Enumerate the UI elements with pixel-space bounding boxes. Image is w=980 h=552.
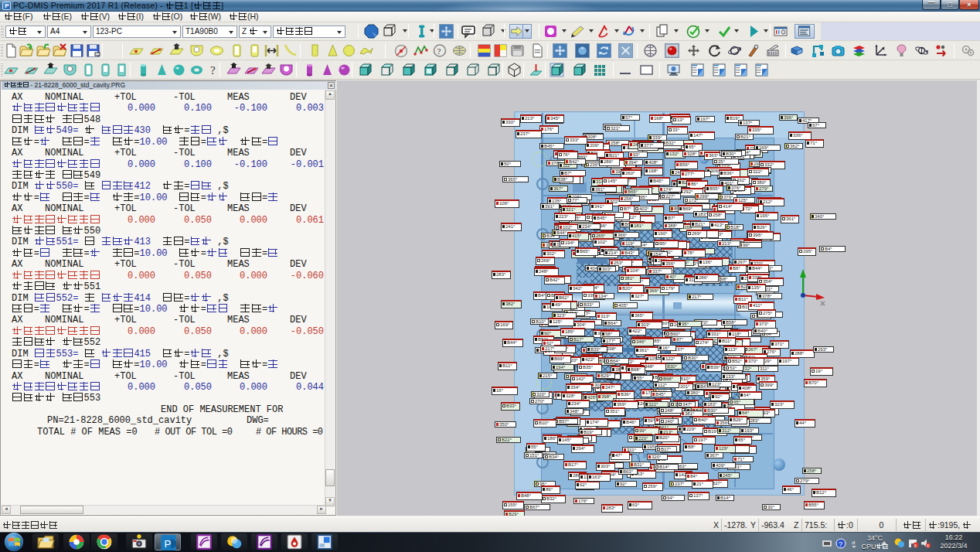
svg-text:?: ? xyxy=(210,64,216,77)
svg-text:?: ? xyxy=(839,540,842,548)
svg-text:?: ? xyxy=(437,46,441,56)
svg-text:P: P xyxy=(165,538,172,550)
